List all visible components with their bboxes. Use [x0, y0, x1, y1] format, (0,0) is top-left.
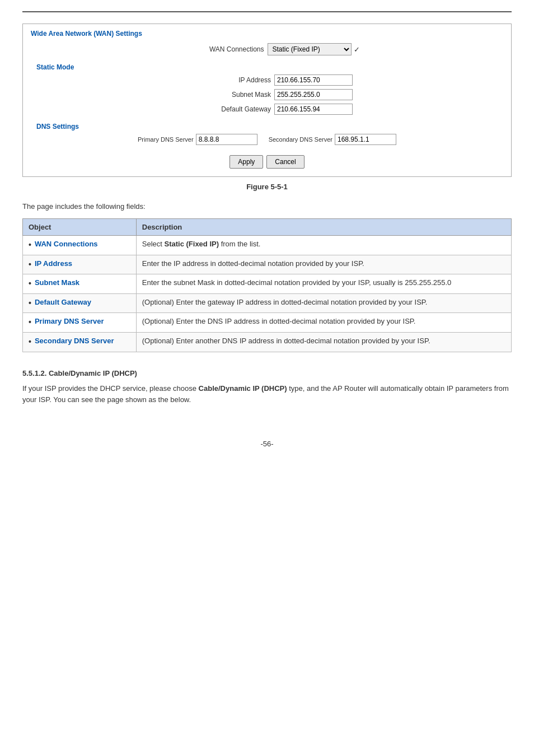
- bullet-item: •Default Gateway: [29, 298, 130, 309]
- object-label: Default Gateway: [35, 298, 91, 306]
- bullet-dot: •: [29, 240, 31, 251]
- table-cell-object: •IP Address: [23, 255, 137, 274]
- bullet-item: •WAN Connections: [29, 240, 130, 251]
- wan-connections-select[interactable]: Static (Fixed IP): [268, 43, 352, 55]
- bullet-item: •Subnet Mask: [29, 278, 130, 290]
- secondary-dns-label: Secondary DNS Server: [269, 136, 332, 143]
- wan-box-title: Wide Area Network (WAN) Settings: [31, 30, 503, 38]
- table-row: •Default Gateway(Optional) Enter the gat…: [23, 293, 512, 313]
- dns-row: Primary DNS Server Secondary DNS Server: [138, 134, 396, 145]
- figure-caption: Figure 5-5-1: [22, 183, 512, 191]
- static-mode-label: Static Mode: [36, 63, 503, 71]
- dns-settings-section: DNS Settings: [31, 118, 503, 134]
- col1-header: Object: [23, 219, 137, 236]
- secondary-dns-group: Secondary DNS Server: [269, 134, 396, 145]
- top-divider: [22, 11, 512, 12]
- table-cell-description: (Optional) Enter the gateway IP address …: [136, 293, 511, 313]
- intro-text: The page includes the following fields:: [22, 202, 512, 211]
- table-row: •Secondary DNS Server(Optional) Enter an…: [23, 332, 512, 352]
- table-cell-object: •Primary DNS Server: [23, 313, 137, 333]
- table-cell-object: •Secondary DNS Server: [23, 332, 137, 352]
- object-label: Primary DNS Server: [35, 317, 104, 325]
- cancel-button[interactable]: Cancel: [266, 155, 304, 169]
- subnet-mask-input[interactable]: [274, 89, 353, 100]
- table-cell-description: Enter the subnet Mask in dotted-decimal …: [136, 274, 511, 294]
- section-heading: 5.5.1.2. Cable/Dynamic IP (DHCP): [22, 369, 512, 377]
- object-label: IP Address: [35, 259, 72, 268]
- table-cell-description: (Optional) Enter another DNS IP address …: [136, 332, 511, 352]
- ip-address-input[interactable]: [274, 74, 353, 86]
- table-cell-object: •WAN Connections: [23, 236, 137, 255]
- default-gateway-row: Default Gateway: [181, 104, 353, 115]
- page-number: -56-: [22, 440, 512, 448]
- bullet-dot: •: [29, 337, 31, 348]
- body-text-1: If your ISP provides the DHCP service, p…: [22, 384, 196, 393]
- table-cell-object: •Default Gateway: [23, 293, 137, 313]
- subnet-mask-row: Subnet Mask: [181, 89, 353, 100]
- wan-settings-box: Wide Area Network (WAN) Settings WAN Con…: [22, 24, 512, 177]
- body-bold: Cable/Dynamic IP (DHCP): [199, 384, 287, 393]
- col2-header: Description: [136, 219, 511, 236]
- table-row: •Primary DNS Server(Optional) Enter the …: [23, 313, 512, 333]
- table-row: •IP AddressEnter the IP address in dotte…: [23, 255, 512, 274]
- bullet-item: •Primary DNS Server: [29, 317, 130, 328]
- body-text: If your ISP provides the DHCP service, p…: [22, 383, 512, 407]
- table-cell-object: •Subnet Mask: [23, 274, 137, 294]
- secondary-dns-input[interactable]: [335, 134, 396, 145]
- default-gateway-label: Default Gateway: [181, 105, 271, 113]
- table-cell-description: (Optional) Enter the DNS IP address in d…: [136, 313, 511, 333]
- apply-button[interactable]: Apply: [229, 155, 263, 169]
- table-cell-description: Select Static (Fixed IP) from the list.: [136, 236, 511, 255]
- wan-form: WAN Connections Static (Fixed IP) ✓ Stat…: [31, 43, 503, 169]
- ip-address-row: IP Address: [181, 74, 353, 86]
- object-label: WAN Connections: [35, 240, 98, 248]
- bullet-dot: •: [29, 317, 31, 328]
- primary-dns-input[interactable]: [196, 134, 257, 145]
- table-row: •WAN ConnectionsSelect Static (Fixed IP)…: [23, 236, 512, 255]
- bullet-dot: •: [29, 298, 31, 309]
- bullet-dot: •: [29, 278, 31, 290]
- button-row: Apply Cancel: [229, 155, 304, 169]
- dropdown-check-icon: ✓: [354, 45, 360, 54]
- wan-connections-label: WAN Connections: [175, 45, 264, 53]
- bold-text: Static (Fixed IP): [165, 240, 219, 248]
- ip-address-label: IP Address: [181, 76, 271, 84]
- object-label: Subnet Mask: [35, 278, 79, 287]
- bullet-dot: •: [29, 259, 31, 270]
- table-row: •Subnet MaskEnter the subnet Mask in dot…: [23, 274, 512, 294]
- primary-dns-group: Primary DNS Server: [138, 134, 257, 145]
- wan-connections-row: WAN Connections Static (Fixed IP) ✓: [175, 43, 360, 55]
- table-header-row: Object Description: [23, 219, 512, 236]
- bullet-item: •Secondary DNS Server: [29, 337, 130, 348]
- bullet-item: •IP Address: [29, 259, 130, 270]
- primary-dns-label: Primary DNS Server: [138, 136, 194, 143]
- object-label: Secondary DNS Server: [35, 337, 114, 345]
- description-table: Object Description •WAN ConnectionsSelec…: [22, 218, 512, 352]
- dns-settings-label: DNS Settings: [36, 123, 503, 130]
- table-cell-description: Enter the IP address in dotted-decimal n…: [136, 255, 511, 274]
- default-gateway-input[interactable]: [274, 104, 353, 115]
- static-mode-section: Static Mode: [31, 59, 503, 74]
- subnet-mask-label: Subnet Mask: [181, 91, 271, 99]
